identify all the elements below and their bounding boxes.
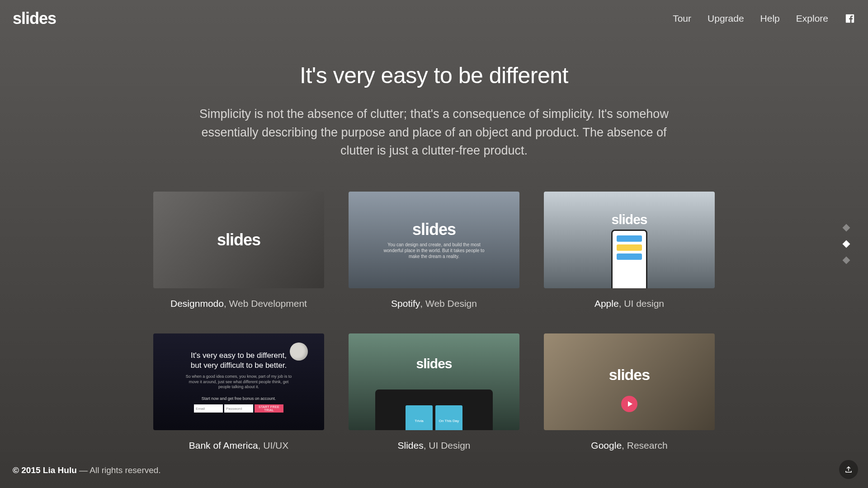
card-designmodo[interactable]: slides Designmodo, Web Development [153, 192, 324, 309]
thumb-logo: slides [609, 366, 650, 384]
card-thumbnail: slides Trivia On This Day [349, 333, 519, 430]
pagination-dot-1[interactable] [843, 224, 850, 232]
card-thumbnail: slides [544, 333, 715, 430]
thumb-logo: slides [217, 230, 260, 249]
thumb-logo: slides [611, 212, 647, 227]
pagination-dot-3[interactable] [843, 257, 850, 264]
card-caption: Apple, UI design [544, 298, 715, 309]
card-caption: Designmodo, Web Development [153, 298, 324, 309]
card-caption: Bank of America, UI/UX [153, 440, 324, 451]
nav-upgrade[interactable]: Upgrade [708, 13, 744, 24]
site-logo[interactable]: slides [13, 9, 56, 28]
nav-help[interactable]: Help [760, 13, 780, 24]
card-apple[interactable]: slides Apple, UI design [544, 192, 715, 309]
card-thumbnail: slides [153, 192, 324, 288]
card-caption: Google, Research [544, 440, 715, 451]
hero: It's very easy to be different Simplicit… [185, 37, 683, 160]
thumb-subtitle: So when a good idea comes, you know, par… [184, 374, 293, 390]
thumb-logo: slides [412, 220, 456, 239]
portfolio-grid: slides Designmodo, Web Development slide… [0, 192, 868, 451]
email-input: Email [194, 404, 223, 413]
hero-title: It's very easy to be different [194, 62, 674, 89]
nav-tour[interactable]: Tour [673, 13, 691, 24]
thumb-form: Email Password START FREE TRIAL [184, 404, 293, 413]
play-icon [621, 396, 637, 412]
facebook-icon[interactable] [844, 13, 855, 24]
hero-subtitle: Simplicity is not the absence of clutter… [194, 105, 674, 160]
thumb-title: It's very easy to be different,but very … [184, 351, 293, 371]
card-spotify[interactable]: slides You can design and create, and bu… [349, 192, 519, 309]
tablet-mockup-icon: Trivia On This Day [375, 389, 493, 430]
card-bank-of-america[interactable]: It's very easy to be different,but very … [153, 333, 324, 451]
thumb-tagline: You can design and create, and build the… [380, 242, 488, 259]
card-slides[interactable]: slides Trivia On This Day Slides, UI Des… [349, 333, 519, 451]
pagination-dot-2[interactable] [843, 240, 850, 248]
header: slides Tour Upgrade Help Explore [0, 0, 868, 37]
thumb-logo: slides [416, 356, 452, 371]
cta-button: START FREE TRIAL [255, 404, 283, 413]
nav-explore[interactable]: Explore [796, 13, 828, 24]
phone-mockup-icon [611, 230, 647, 288]
thumb-small-text: Start now and get free bonus on account. [184, 396, 293, 401]
card-caption: Slides, UI Design [349, 440, 519, 451]
card-google[interactable]: slides Google, Research [544, 333, 715, 451]
footer-copyright: © 2015 Lia Hulu — All rights reserved. [13, 465, 161, 475]
share-button[interactable] [839, 460, 858, 479]
nav: Tour Upgrade Help Explore [673, 13, 855, 24]
card-thumbnail: It's very easy to be different,but very … [153, 333, 324, 430]
card-thumbnail: slides [544, 192, 715, 288]
password-input: Password [224, 404, 253, 413]
card-caption: Spotify, Web Design [349, 298, 519, 309]
slide-pagination [844, 225, 849, 263]
card-thumbnail: slides You can design and create, and bu… [349, 192, 519, 288]
